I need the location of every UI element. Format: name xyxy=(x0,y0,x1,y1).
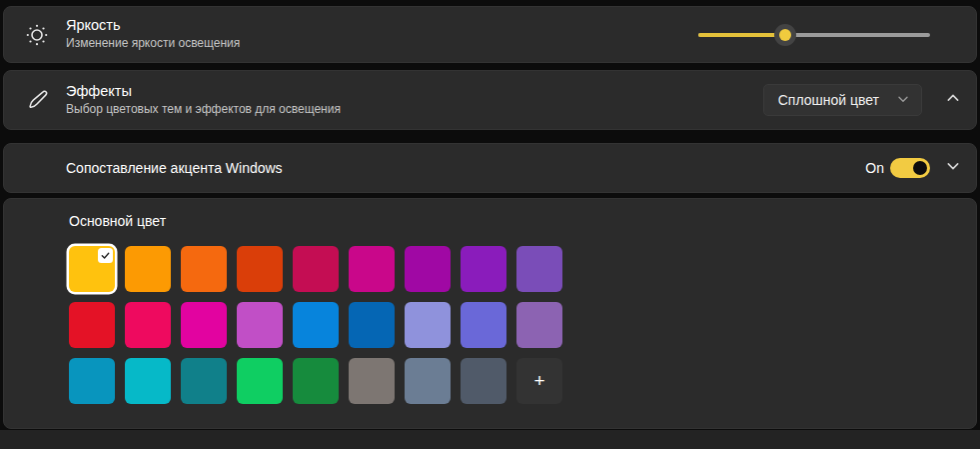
color-swatch[interactable] xyxy=(349,302,395,348)
accent-match-toggle[interactable] xyxy=(890,158,930,178)
color-swatch[interactable] xyxy=(516,246,562,292)
add-custom-color-button[interactable]: + xyxy=(516,358,562,404)
color-swatch[interactable] xyxy=(461,358,506,404)
color-swatch[interactable] xyxy=(237,358,283,404)
color-swatch[interactable] xyxy=(125,246,171,292)
effects-subtitle: Выбор цветовых тем и эффектов для освеще… xyxy=(66,101,341,118)
color-swatch[interactable] xyxy=(516,302,562,348)
color-swatch[interactable] xyxy=(461,246,506,292)
chevron-up-icon xyxy=(946,91,960,109)
accent-match-label: Сопоставление акцента Windows xyxy=(66,160,283,176)
color-swatch[interactable] xyxy=(181,302,227,348)
brightness-subtitle: Изменение яркости освещения xyxy=(66,35,240,52)
color-swatch-selected[interactable] xyxy=(69,246,115,292)
color-swatch[interactable] xyxy=(69,302,115,348)
checkmark-icon xyxy=(98,248,113,263)
color-palette-grid: + xyxy=(69,246,562,404)
brightness-slider[interactable] xyxy=(698,23,930,47)
color-swatch[interactable] xyxy=(69,358,115,404)
chevron-down-icon xyxy=(946,159,960,177)
accent-match-expand-button[interactable] xyxy=(944,159,962,177)
page-background-strip xyxy=(0,430,980,449)
color-swatch[interactable] xyxy=(181,246,227,292)
accent-match-toggle-knob xyxy=(913,161,927,175)
color-swatch[interactable] xyxy=(125,358,171,404)
color-swatch[interactable] xyxy=(293,246,339,292)
color-swatch[interactable] xyxy=(181,358,227,404)
paintbrush-icon xyxy=(25,89,49,113)
color-swatch[interactable] xyxy=(237,246,283,292)
color-swatch[interactable] xyxy=(461,302,506,348)
color-swatch[interactable] xyxy=(293,302,339,348)
brightness-slider-track[interactable] xyxy=(698,33,930,37)
accent-match-row: Сопоставление акцента Windows On xyxy=(3,143,977,193)
color-swatch[interactable] xyxy=(125,302,171,348)
main-color-card: Основной цвет + xyxy=(3,198,977,429)
color-swatch[interactable] xyxy=(349,246,395,292)
main-color-label: Основной цвет xyxy=(69,213,166,229)
color-swatch[interactable] xyxy=(293,358,339,404)
chevron-down-icon xyxy=(897,92,909,108)
color-swatch[interactable] xyxy=(237,302,283,348)
brightness-card: Яркость Изменение яркости освещения xyxy=(3,6,977,63)
effect-type-dropdown[interactable]: Сплошной цвет xyxy=(763,84,922,116)
effects-title: Эффекты xyxy=(66,81,341,101)
effects-card: Эффекты Выбор цветовых тем и эффектов дл… xyxy=(3,70,977,130)
effects-collapse-button[interactable] xyxy=(944,91,962,109)
color-swatch[interactable] xyxy=(405,358,451,404)
color-swatch[interactable] xyxy=(349,358,395,404)
dynamic-lighting-panel: Яркость Изменение яркости освещения Эффе… xyxy=(0,0,980,449)
brightness-slider-thumb-dot xyxy=(779,29,791,41)
color-swatch[interactable] xyxy=(405,246,451,292)
effect-type-selected-value: Сплошной цвет xyxy=(778,92,879,108)
toggle-state-label: On xyxy=(865,160,884,176)
brightness-sun-icon xyxy=(25,23,49,47)
color-swatch[interactable] xyxy=(405,302,451,348)
brightness-slider-thumb[interactable] xyxy=(774,24,796,46)
brightness-slider-fill xyxy=(698,33,785,37)
brightness-title: Яркость xyxy=(66,15,240,35)
